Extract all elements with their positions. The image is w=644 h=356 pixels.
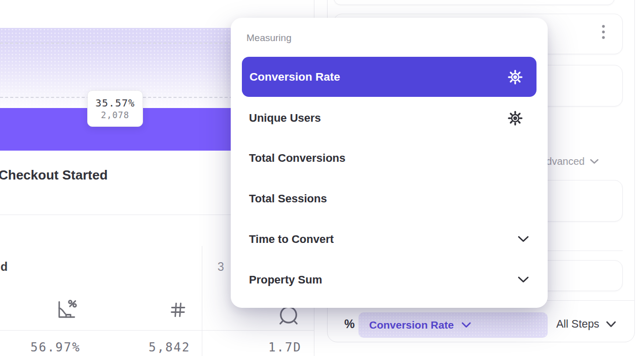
steps-selector-label: All Steps	[556, 318, 599, 331]
chart-tooltip: 35.57% 2,078	[87, 90, 143, 127]
conversion-rate-icon[interactable]	[56, 300, 77, 322]
menu-item-total-sessions[interactable]: Total Sessions	[249, 191, 327, 206]
dropdown-title: Measuring	[246, 32, 292, 44]
table-row-divider	[0, 330, 314, 331]
builder-row-top[interactable]	[334, 0, 615, 5]
gear-icon[interactable]	[508, 69, 523, 85]
chevron-down-icon	[518, 276, 529, 283]
menu-item-total-conversions[interactable]: Total Conversions	[249, 151, 345, 166]
steps-selector[interactable]: All Steps	[556, 318, 616, 331]
chevron-down-icon	[606, 321, 616, 328]
table-step-number: 3	[218, 260, 224, 274]
menu-item-property-sum[interactable]: Property Sum	[249, 272, 322, 288]
cell-conversion-rate: 56.97%	[30, 340, 81, 354]
chevron-down-icon	[518, 236, 529, 242]
measurement-selector[interactable]: Conversion Rate	[359, 312, 548, 338]
count-icon[interactable]	[169, 301, 187, 321]
menu-item-label: Total Conversions	[249, 152, 345, 165]
percent-symbol: %	[344, 317, 354, 331]
funnel-builder-screen: 35.57% 2,078 Checkout Started d 3	[0, 0, 644, 356]
gear-icon[interactable]	[508, 111, 523, 126]
kebab-menu-icon[interactable]	[600, 24, 607, 41]
step-title: Checkout Started	[0, 167, 108, 183]
menu-item-unique-users[interactable]: Unique Users	[249, 111, 321, 126]
menu-item-time-to-convert[interactable]: Time to Convert	[249, 232, 334, 247]
menu-item-conversion-rate[interactable]: Conversion Rate	[242, 57, 536, 97]
menu-item-label: Property Sum	[249, 273, 322, 287]
chevron-down-icon	[461, 322, 471, 328]
menu-item-label: Time to Convert	[249, 233, 334, 246]
measuring-dropdown: Measuring Conversion Rate Unique Users	[231, 18, 548, 308]
menu-item-label: Conversion Rate	[249, 70, 340, 84]
table-column-divider	[202, 246, 202, 356]
tooltip-count: 2,078	[101, 110, 129, 120]
table-step-header-fragment: d	[1, 260, 8, 274]
tooltip-conversion-rate: 35.57%	[95, 97, 135, 109]
chevron-down-icon	[590, 159, 599, 164]
menu-item-label: Unique Users	[249, 112, 321, 125]
measurement-selector-label: Conversion Rate	[369, 319, 454, 331]
menu-item-label: Total Sessions	[249, 192, 327, 205]
advanced-toggle[interactable]: Advanced	[540, 156, 599, 167]
cell-count: 5,842	[149, 340, 190, 354]
cell-avg-time: 1.7D	[268, 340, 302, 354]
